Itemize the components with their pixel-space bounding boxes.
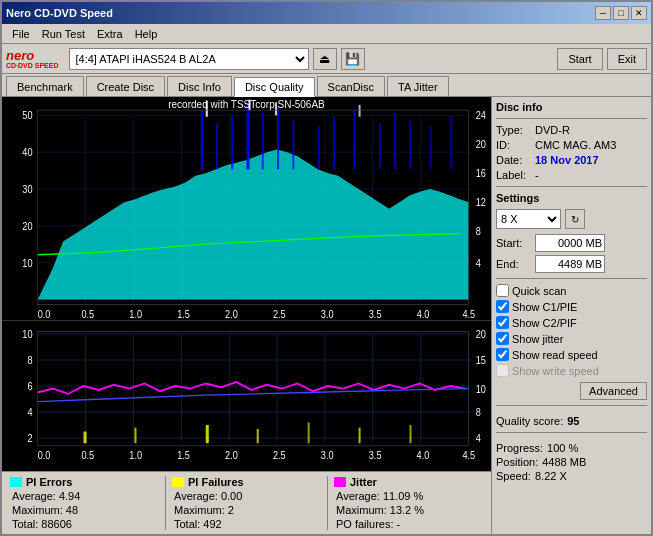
svg-rect-30 [450,117,452,170]
start-row: Start: [496,234,647,252]
show-c2pif-checkbox[interactable] [496,316,509,329]
legend-pi-failures: PI Failures Average: 0.00 Maximum: 2 Tot… [172,476,321,530]
quality-value: 95 [567,415,579,427]
refresh-button[interactable]: ↻ [565,209,585,229]
svg-rect-23 [318,126,320,169]
save-button[interactable]: 💾 [341,48,365,70]
svg-rect-24 [333,117,335,170]
svg-text:2.0: 2.0 [225,448,238,461]
svg-text:0.0: 0.0 [38,307,51,320]
svg-rect-17 [216,123,218,169]
pi-errors-avg-value: 4.94 [59,490,80,502]
start-button[interactable]: Start [557,48,602,70]
show-write-speed-checkbox [496,364,509,377]
svg-rect-16 [201,110,204,169]
svg-rect-72 [134,428,136,444]
progress-divider [496,432,647,433]
end-label: End: [496,258,531,270]
svg-rect-26 [379,123,381,169]
svg-text:2.0: 2.0 [225,307,238,320]
disc-info-divider [496,118,647,119]
maximize-button[interactable]: □ [613,6,629,20]
svg-text:16: 16 [476,166,486,179]
disc-type-value: DVD-R [535,124,570,136]
svg-text:0.5: 0.5 [81,448,94,461]
svg-text:10: 10 [476,382,486,395]
tab-ta-jitter[interactable]: TA Jitter [387,76,449,96]
show-c1pie-checkbox[interactable] [496,300,509,313]
tab-disc-quality[interactable]: Disc Quality [234,77,315,97]
legend-jitter: Jitter Average: 11.09 % Maximum: 13.2 % … [334,476,483,530]
svg-text:10: 10 [22,255,32,268]
svg-text:24: 24 [476,108,486,121]
exit-button[interactable]: Exit [607,48,647,70]
lower-chart: 10 8 6 4 2 20 15 10 8 4 0.0 0.5 1.0 1.5 [2,321,491,471]
menu-file[interactable]: File [6,26,36,42]
tab-create-disc[interactable]: Create Disc [86,76,165,96]
svg-rect-27 [394,113,396,170]
end-input[interactable] [535,255,605,273]
disc-type-row: Type: DVD-R [496,124,647,136]
svg-text:6: 6 [27,379,32,392]
svg-text:20: 20 [476,327,486,340]
menu-bar: File Run Test Extra Help [2,24,651,44]
menu-run-test[interactable]: Run Test [36,26,91,42]
svg-text:50: 50 [22,108,32,121]
svg-rect-77 [410,425,412,443]
progress-section: Progress: 100 % Position: 4488 MB Speed:… [496,442,647,482]
show-c2pif-label: Show C2/PIF [512,317,577,329]
show-read-speed-checkbox[interactable] [496,348,509,361]
svg-text:2: 2 [27,431,32,444]
advanced-button[interactable]: Advanced [580,382,647,400]
show-jitter-row: Show jitter [496,332,647,345]
drive-select[interactable]: [4:4] ATAPI iHAS524 B AL2A [69,48,309,70]
pi-failures-max: Maximum: 2 [172,504,321,516]
svg-text:4.5: 4.5 [462,448,475,461]
disc-id-value: CMC MAG. AM3 [535,139,616,151]
show-read-speed-label: Show read speed [512,349,598,361]
pi-errors-total-label: Total: [12,518,38,530]
pi-failures-color [172,477,184,487]
pi-errors-title: PI Errors [26,476,72,488]
svg-text:40: 40 [22,145,32,158]
tab-benchmark[interactable]: Benchmark [6,76,84,96]
menu-help[interactable]: Help [129,26,164,42]
tab-disc-info[interactable]: Disc Info [167,76,232,96]
tab-scan-disc[interactable]: ScanDisc [317,76,385,96]
lower-chart-svg: 10 8 6 4 2 20 15 10 8 4 0.0 0.5 1.0 1.5 [2,321,491,471]
menu-extra[interactable]: Extra [91,26,129,42]
close-button[interactable]: ✕ [631,6,647,20]
show-jitter-checkbox[interactable] [496,332,509,345]
svg-text:30: 30 [22,182,32,195]
speed-select[interactable]: 8 X [496,209,561,229]
svg-text:1.5: 1.5 [177,448,190,461]
disc-date-value: 18 Nov 2017 [535,154,599,166]
window-title: Nero CD-DVD Speed [6,7,113,19]
upper-chart: 50 40 30 20 10 24 20 16 12 8 4 0.0 0.5 1… [2,97,491,321]
svg-rect-71 [84,432,87,444]
legend-pi-errors-header: PI Errors [10,476,159,488]
svg-text:8: 8 [476,405,481,418]
eject-button[interactable]: ⏏ [313,48,337,70]
pi-errors-avg: Average: 4.94 [10,490,159,502]
pi-failures-total: Total: 492 [172,518,321,530]
progress-label: Progress: [496,442,543,454]
svg-text:0.0: 0.0 [38,448,51,461]
quick-scan-checkbox[interactable] [496,284,509,297]
start-input[interactable] [535,234,605,252]
legend-pi-failures-header: PI Failures [172,476,321,488]
svg-text:12: 12 [476,195,486,208]
svg-rect-75 [308,423,310,444]
svg-text:4: 4 [476,431,481,444]
position-label: Position: [496,456,538,468]
position-row: Position: 4488 MB [496,456,647,468]
show-read-speed-row: Show read speed [496,348,647,361]
quality-label: Quality score: [496,415,563,427]
svg-text:4: 4 [27,405,32,418]
svg-text:4.0: 4.0 [417,448,430,461]
svg-rect-25 [353,110,355,169]
minimize-button[interactable]: ─ [595,6,611,20]
disc-date-row: Date: 18 Nov 2017 [496,154,647,166]
svg-rect-21 [277,108,279,170]
chart-area: recorded with TSSTcorp SN-506AB [2,97,491,534]
